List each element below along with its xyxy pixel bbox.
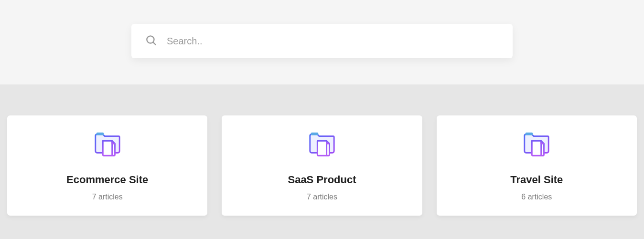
- search-input[interactable]: [167, 36, 499, 47]
- category-card-saas[interactable]: SaaS Product 7 articles: [222, 115, 422, 216]
- category-card-travel[interactable]: Travel Site 6 articles: [437, 115, 637, 216]
- category-title: Ecommerce Site: [66, 174, 148, 186]
- hero-search-area: [0, 0, 644, 84]
- svg-rect-6: [311, 133, 319, 135]
- svg-rect-10: [526, 133, 533, 135]
- folder-document-icon: [522, 129, 551, 160]
- categories-section: Ecommerce Site 7 articles SaaS Product 7…: [0, 84, 644, 239]
- svg-line-1: [153, 42, 156, 45]
- folder-document-icon: [93, 129, 122, 160]
- category-article-count: 6 articles: [521, 193, 552, 201]
- search-box[interactable]: [131, 24, 513, 58]
- category-title: SaaS Product: [288, 174, 356, 186]
- folder-document-icon: [307, 129, 337, 160]
- category-article-count: 7 articles: [307, 193, 337, 201]
- category-article-count: 7 articles: [92, 193, 123, 201]
- category-card-ecommerce[interactable]: Ecommerce Site 7 articles: [7, 115, 207, 216]
- search-icon: [145, 34, 157, 48]
- svg-rect-2: [96, 133, 104, 135]
- categories-row: Ecommerce Site 7 articles SaaS Product 7…: [7, 115, 637, 216]
- category-title: Travel Site: [510, 174, 563, 186]
